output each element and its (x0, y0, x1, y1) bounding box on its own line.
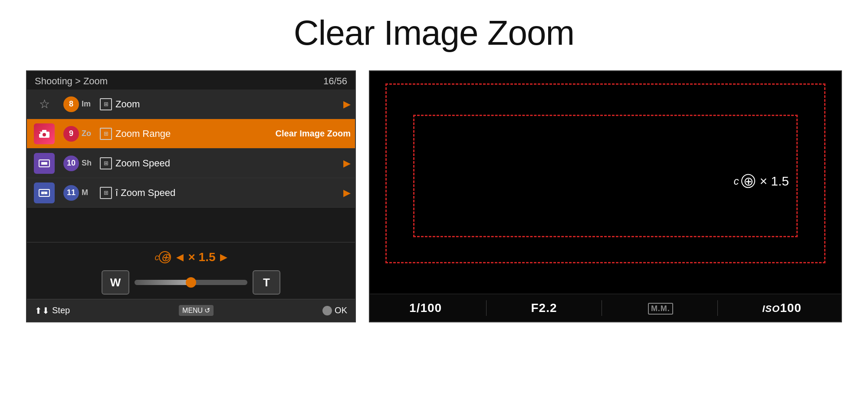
w-button[interactable]: W (102, 270, 129, 295)
screen-header: Shooting > Zoom 16/56 (27, 71, 355, 90)
viewfinder-area: c ⊕ × 1.5 (370, 71, 841, 294)
row-abbr-2: Sh (82, 159, 97, 168)
row-content-2: ⊞ Zoom Speed ▶ (97, 157, 355, 169)
czoom-icon: c ⊕ (155, 251, 172, 263)
right-zoom-value: × 1.5 (760, 174, 789, 189)
step-label: Step (52, 305, 70, 315)
shutter-speed: 1/100 (409, 301, 442, 315)
sidebar-icon-blue: i (27, 178, 62, 207)
info-separator-2 (602, 300, 602, 316)
zoom-value: × 1.5 (188, 250, 215, 264)
purple-icon (34, 153, 55, 174)
menu-return-icon: ↺ (204, 306, 210, 315)
iso-info: ISO100 (762, 301, 802, 315)
svg-rect-2 (42, 130, 46, 132)
wt-slider-row: W T (102, 270, 280, 295)
badge-8: 8 (63, 96, 79, 112)
zoom-indicator: c ⊕ ◀ × 1.5 ▶ (155, 250, 227, 264)
row-arrow-3: ▶ (343, 187, 351, 199)
mm-badge: M.M. (648, 303, 673, 315)
menu-button[interactable]: MENU ↺ (179, 305, 214, 316)
bottom-controls: c ⊕ ◀ × 1.5 ▶ W T (27, 242, 355, 299)
svg-rect-5 (41, 162, 47, 165)
sidebar-icon-purple (27, 149, 62, 178)
star-icon: ☆ (39, 97, 50, 111)
t-button[interactable]: T (253, 270, 280, 295)
row-abbr-0: Im (82, 100, 97, 109)
zoom-speed2-icon: ⊞ (100, 187, 112, 199)
row-text-1: Zoom Range (115, 128, 171, 139)
row-arrow-2: ▶ (343, 158, 351, 169)
row-value-1: Clear Image Zoom (276, 129, 351, 139)
zoom-icon: ⊞ (100, 98, 112, 110)
ok-circle-icon (322, 306, 332, 315)
row-content-3: ⊞ î Zoom Speed ▶ (97, 187, 355, 199)
menu-row-zoom-range[interactable]: 9 Zo ⊞ Zoom Range Clear Image Zoom (27, 119, 355, 149)
page-title: Clear Image Zoom (0, 0, 868, 70)
row-content-0: ⊞ Zoom ▶ (97, 98, 355, 110)
row-label-0: ⊞ Zoom (100, 98, 140, 110)
camera-icon (34, 123, 55, 144)
badge-9: 9 (63, 126, 79, 142)
menu-row-zoom-speed[interactable]: 10 Sh ⊞ Zoom Speed ▶ (27, 149, 355, 178)
breadcrumb: Shooting > Zoom (35, 76, 108, 87)
mm-info: M.M. (646, 301, 673, 315)
row-label-1: ⊞ Zoom Range (100, 128, 171, 140)
ok-label: OK (335, 305, 347, 315)
zoom-speed-icon: ⊞ (100, 157, 112, 169)
info-separator-3 (717, 300, 718, 316)
iso-label: ISO (762, 303, 780, 314)
row-content-1: ⊞ Zoom Range Clear Image Zoom (97, 128, 355, 140)
svg-text:i: i (44, 191, 45, 195)
sidebar-icon-star: ☆ (27, 90, 62, 119)
badge-11: 11 (63, 185, 79, 201)
zoom-range-icon: ⊞ (100, 128, 112, 140)
iso-value: 100 (780, 301, 802, 315)
slider-fill (135, 280, 191, 285)
status-step: ⬆⬇ Step (35, 305, 70, 316)
row-label-3: ⊞ î Zoom Speed (100, 187, 175, 199)
row-arrow-0: ▶ (343, 99, 351, 110)
step-arrows-icon: ⬆⬇ (35, 305, 49, 316)
row-text-2: Zoom Speed (115, 158, 170, 169)
row-text-3: î Zoom Speed (115, 187, 175, 199)
zoom-overlay: c ⊕ × 1.5 (733, 174, 789, 189)
row-label-2: ⊞ Zoom Speed (100, 157, 170, 169)
row-abbr-3: M (82, 188, 97, 197)
left-screen: Shooting > Zoom 16/56 ☆ 8 Im ⊞ (26, 70, 356, 322)
aperture: F2.2 (531, 301, 557, 315)
row-abbr-1: Zo (82, 129, 97, 138)
slider-thumb[interactable] (186, 277, 196, 288)
menu-row-zoom-speed2[interactable]: i 11 M ⊞ î Zoom Speed ▶ (27, 178, 355, 208)
zoom-slider[interactable] (135, 280, 247, 285)
arrow-right-icon[interactable]: ▶ (220, 252, 227, 263)
right-screen: c ⊕ × 1.5 1/100 F2.2 M.M. ISO100 (369, 70, 842, 322)
blue-icon: i (34, 182, 55, 203)
status-bar: ⬆⬇ Step MENU ↺ OK (27, 299, 355, 322)
page-indicator: 16/56 (323, 76, 347, 87)
menu-row-zoom[interactable]: ☆ 8 Im ⊞ Zoom ▶ (27, 90, 355, 119)
arrow-left-icon[interactable]: ◀ (176, 252, 184, 263)
right-info-bar: 1/100 F2.2 M.M. ISO100 (370, 294, 841, 322)
info-separator-1 (486, 300, 487, 316)
svg-point-1 (43, 133, 46, 136)
menu-label: MENU (182, 307, 203, 315)
menu-area: ☆ 8 Im ⊞ Zoom ▶ (27, 90, 355, 242)
sidebar-icon-camera (27, 119, 62, 148)
svg-rect-3 (39, 132, 40, 134)
status-ok: OK (322, 305, 347, 315)
badge-10: 10 (63, 156, 79, 171)
row-text-0: Zoom (115, 99, 140, 110)
screens-container: Shooting > Zoom 16/56 ☆ 8 Im ⊞ (0, 70, 868, 322)
